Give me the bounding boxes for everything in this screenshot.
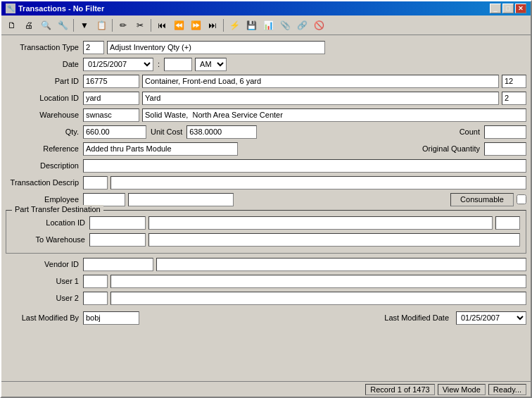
transaction-type-row: Transaction Type [6,39,526,55]
search-button[interactable]: 🔍 [38,18,53,33]
ready-status: Ready... [488,384,526,395]
link-button[interactable]: 🔗 [294,18,310,33]
close-button[interactable]: ✕ [515,4,526,13]
count-field[interactable] [484,125,526,139]
user2-row: User 2 [6,290,526,306]
part-id-field[interactable] [83,75,139,88]
maximize-button[interactable]: □ [502,4,514,13]
description-field[interactable] [83,159,526,173]
location-id-desc-field[interactable] [142,92,499,105]
date-field[interactable]: 01/25/2007 [83,58,153,71]
window-title: Transactions - No Filter [18,4,104,13]
qty-row: Qty. Unit Cost Count [6,124,526,139]
last-modified-date-label: Last Modified Date [380,313,453,322]
last-button[interactable]: ⏭ [205,18,220,33]
orig-qty-field[interactable] [484,142,526,156]
unit-cost-field[interactable] [186,125,257,139]
user1-code-field[interactable] [83,275,108,288]
next-button[interactable]: ⏩ [188,18,203,33]
employee-name-field[interactable] [128,193,234,206]
lightning-button[interactable]: ⚡ [227,18,242,33]
count-label: Count [455,128,484,136]
pt-warehouse-code-field[interactable] [89,233,146,247]
pt-warehouse-label: To Warehouse [12,235,89,244]
user1-desc-field[interactable] [110,275,526,288]
part-id-desc-field[interactable] [142,75,499,88]
warehouse-field[interactable] [83,108,139,122]
app-icon: 🔧 [6,4,15,13]
separator-4 [223,19,224,32]
part-transfer-title: Part Transfer Destination [12,205,103,213]
pt-warehouse-row: To Warehouse [12,232,520,247]
attach-button[interactable]: 📎 [277,18,293,33]
user2-code-field[interactable] [83,292,108,305]
transaction-type-desc-field[interactable] [107,41,325,54]
employee-label: Employee [6,195,83,204]
warehouse-label: Warehouse [6,111,83,119]
separator-2 [112,19,113,32]
reference-label: Reference [6,144,83,153]
user2-label: User 2 [6,294,83,302]
pt-location-num-field[interactable] [495,216,520,230]
transaction-type-num-field[interactable] [83,41,104,54]
reference-field[interactable] [83,142,238,156]
edit-button[interactable]: ✏ [115,18,131,33]
trans-descrip-text-field[interactable] [110,176,526,189]
filter-button[interactable]: ▼ [77,18,92,33]
part-id-num-field[interactable] [502,75,526,88]
consumable-button[interactable]: Consumable [450,193,514,206]
time-field[interactable] [164,58,192,71]
reports-button[interactable]: 📋 [94,18,109,33]
orig-qty-label: Original Quantity [418,144,484,153]
chart-button[interactable]: 📊 [260,18,276,33]
location-id-num-field[interactable] [502,92,526,105]
location-id-field[interactable] [83,92,139,105]
record-info: Record 1 of 1473 [365,384,434,395]
toolbar: 🗋 🖨 🔍 🔧 ▼ 📋 ✏ ✂ ⏮ ⏪ ⏩ ⏭ ⚡ 💾 📊 📎 🔗 🚫 [1,15,531,35]
vendor-id-row: Vendor ID [6,256,526,272]
qty-field[interactable] [83,125,146,139]
am-pm-field[interactable]: AM [195,58,227,71]
first-button[interactable]: ⏮ [154,18,170,33]
prev-button[interactable]: ⏪ [171,18,186,33]
last-modified-by-field[interactable] [83,311,139,325]
pt-location-id-label: Location ID [12,218,89,227]
pt-location-id-field[interactable] [89,216,146,230]
separator-3 [151,19,151,32]
time-separator: : [153,60,164,68]
delete-button[interactable]: ✂ [132,18,148,33]
status-bar: Record 1 of 1473 View Mode Ready... [1,381,531,397]
vendor-id-code-field[interactable] [83,258,153,271]
save-button[interactable]: 💾 [243,18,259,33]
vendor-id-label: Vendor ID [6,260,83,268]
last-modified-date-field[interactable]: 01/25/2007 [456,311,526,325]
pt-warehouse-desc-field[interactable] [148,233,520,247]
main-window: 🔧 Transactions - No Filter _ □ ✕ 🗋 🖨 🔍 🔧… [0,0,532,398]
tools-button[interactable]: 🔧 [55,18,70,33]
stop-button[interactable]: 🚫 [311,18,327,33]
view-mode: View Mode [438,384,486,395]
last-modified-by-label: Last Modified By [6,313,83,322]
part-id-label: Part ID [6,77,83,85]
qty-label: Qty. [6,128,83,136]
form-content: Transaction Type Date 01/25/2007 : AM Pa… [1,35,531,381]
pt-location-desc-field[interactable] [148,216,493,230]
minimize-button[interactable]: _ [490,4,501,13]
warehouse-desc-field[interactable] [142,108,526,122]
location-id-row: Location ID [6,90,526,106]
title-bar: 🔧 Transactions - No Filter _ □ ✕ [1,1,531,15]
trans-descrip-code-field[interactable] [83,176,108,189]
reference-row: Reference Original Quantity [6,141,526,156]
employee-code-field[interactable] [83,193,125,206]
vendor-id-desc-field[interactable] [156,258,526,271]
date-row: Date 01/25/2007 : AM [6,56,526,72]
consumable-checkbox[interactable] [517,194,526,204]
user2-desc-field[interactable] [110,292,526,305]
new-button[interactable]: 🗋 [4,18,20,33]
separator-1 [73,19,74,32]
part-id-row: Part ID [6,73,526,89]
user1-row: User 1 [6,273,526,289]
print-button[interactable]: 🖨 [21,18,37,33]
description-label: Description [6,161,83,170]
unit-cost-label: Unit Cost [146,128,186,136]
